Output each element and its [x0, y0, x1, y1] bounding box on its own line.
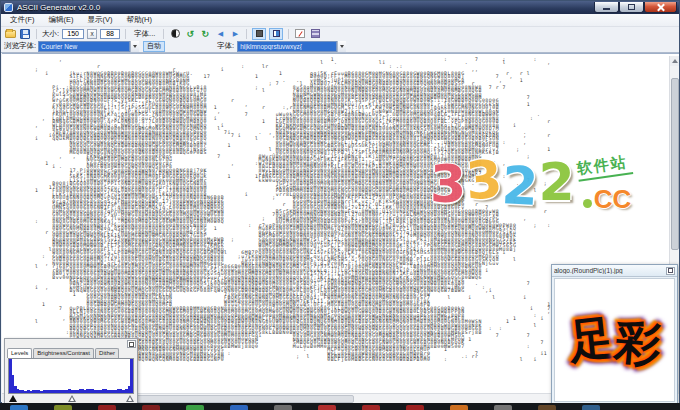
window-title: ASCII Generator v2.0.0 [17, 3, 100, 12]
font-dialog-button[interactable]: 字体... [131, 28, 158, 40]
white-point-handle[interactable] [126, 395, 134, 402]
taskbar-icon-app-red-1[interactable] [318, 405, 336, 410]
watermark-site-label: 软件站 [575, 152, 632, 181]
maximize-icon [628, 4, 635, 10]
watermark-digit: 2 [539, 154, 575, 210]
browse-font-combobox[interactable]: Courier New [38, 41, 130, 52]
taskbar-icon-app-red-2[interactable] [362, 405, 380, 410]
taskbar-icon-app-red-3[interactable] [406, 405, 424, 410]
dither-dialog-button[interactable] [309, 28, 321, 39]
open-folder-icon [5, 30, 16, 38]
taskbar-icon-app-darkred-1[interactable] [98, 405, 116, 410]
gauge-icon [295, 29, 305, 38]
preview-title: alogo.(RoundPic)(1).jpg [554, 267, 623, 274]
taskbar-icon-app-darkred-2[interactable] [142, 405, 160, 410]
browse-font-label: 浏览字体: [4, 41, 36, 51]
close-icon [657, 3, 665, 11]
menu-item-view[interactable]: 显示(V) [81, 14, 120, 26]
font-ramp-value: hijklmnopqrstuvwxyz{ [238, 43, 304, 50]
minimize-icon [603, 8, 610, 10]
font-ramp-dropdown-icon[interactable] [337, 41, 346, 52]
font-label: 字体: [217, 41, 234, 51]
windows-taskbar[interactable] [0, 403, 680, 410]
tab-levels[interactable]: Levels [7, 348, 32, 358]
save-button[interactable] [19, 28, 31, 39]
levels-slider [8, 394, 134, 403]
width-input[interactable] [62, 29, 84, 39]
auto-button[interactable]: 自动 [143, 41, 165, 52]
tab-dither[interactable]: Dither [95, 348, 119, 358]
flip-horizontal-button[interactable]: ◀ [214, 28, 226, 39]
watermark-digit: 3 [464, 151, 504, 209]
tab-brightness-contrast[interactable]: Brightness/Contrast [33, 348, 94, 358]
preview-logo-text: 足彩 [569, 309, 661, 371]
watermark-cc-label: CC [594, 186, 632, 212]
watermark-digit: 3 [430, 156, 466, 212]
blue-square-icon [273, 30, 280, 37]
desktop: ASCII Generator v2.0.0 文件(F)编辑(E)显示(V)帮助… [0, 0, 680, 410]
app-icon [4, 3, 13, 12]
font-bar: 浏览字体: Courier New 自动 字体: hijklmnopqrstuv… [1, 40, 679, 53]
watermark: 3322 软件站 CC [430, 156, 631, 212]
size-label: 大小: [42, 29, 59, 39]
menu-bar: 文件(F)编辑(E)显示(V)帮助(H) [1, 14, 679, 27]
flip-vertical-button[interactable]: ▶ [229, 28, 241, 39]
taskbar-icon-app-olive[interactable] [54, 405, 72, 410]
minimize-button[interactable] [594, 2, 619, 13]
rotate-left-button[interactable]: ↺ [184, 28, 196, 39]
ascii-canvas[interactable]: , 1 : 7 : : [2, 53, 679, 403]
taskbar-icon-app-green[interactable] [186, 405, 204, 410]
black-on-white-toggle[interactable] [252, 28, 266, 40]
color-output-toggle[interactable] [269, 28, 283, 40]
levels-tabs: LevelsBrightness/ContrastDither [5, 348, 137, 358]
preview-collapse-button[interactable] [666, 267, 675, 275]
maximize-button[interactable] [619, 2, 644, 13]
lock-ratio-button[interactable]: x [87, 29, 97, 39]
taskbar-icon-app-gray-2[interactable] [494, 405, 512, 410]
preview-title-bar[interactable]: alogo.(RoundPic)(1).jpg [552, 265, 677, 277]
open-file-button[interactable] [4, 28, 16, 39]
watermark-digit: 2 [501, 157, 540, 215]
levels-panel: LevelsBrightness/ContrastDither [4, 338, 138, 403]
midtone-handle[interactable] [68, 395, 76, 402]
taskbar-icon-app-gray-1[interactable] [274, 405, 292, 410]
levels-dialog-button[interactable] [294, 28, 306, 39]
taskbar-icon-app-brown[interactable] [538, 405, 556, 410]
taskbar-icon-app-orange[interactable] [450, 405, 468, 410]
menu-item-file[interactable]: 文件(F) [3, 14, 42, 26]
image-preview-window: alogo.(RoundPic)(1).jpg 足彩 [551, 264, 678, 403]
vertical-scroll-thumb[interactable] [671, 78, 679, 250]
black-point-handle[interactable] [9, 395, 17, 402]
watermark-digits: 3322 [430, 156, 575, 212]
histogram-bar [130, 359, 133, 393]
taskbar-icon-start-orb[interactable] [10, 405, 28, 410]
separator [246, 29, 247, 39]
scroll-up-icon[interactable] [670, 56, 679, 66]
save-icon [20, 29, 30, 39]
window-controls [594, 2, 679, 14]
browse-font-dropdown-icon[interactable] [130, 41, 139, 52]
separator [125, 29, 126, 39]
invert-button[interactable] [169, 28, 181, 39]
font-ramp-combobox[interactable]: hijklmnopqrstuvwxyz{ [237, 41, 337, 52]
collapse-button[interactable] [127, 340, 136, 348]
histogram [8, 358, 134, 394]
title-bar[interactable]: ASCII Generator v2.0.0 [1, 1, 679, 14]
height-input[interactable] [100, 29, 120, 39]
preview-image: 足彩 [554, 278, 675, 402]
app-window: ASCII Generator v2.0.0 文件(F)编辑(E)显示(V)帮助… [0, 0, 680, 403]
separator [163, 29, 164, 39]
menu-item-help[interactable]: 帮助(H) [120, 14, 159, 26]
menu-item-edit[interactable]: 编辑(E) [42, 14, 81, 26]
rotate-right-button[interactable]: ↻ [199, 28, 211, 39]
watermark-dot-icon [583, 199, 592, 208]
taskbar-icon-app-steel[interactable] [582, 405, 600, 410]
matrix-icon [311, 29, 320, 38]
separator [288, 29, 289, 39]
close-button[interactable] [644, 2, 677, 13]
watermark-cc-row: CC [577, 186, 632, 212]
browse-font-value: Courier New [39, 43, 79, 50]
separator [36, 29, 37, 39]
levels-panel-header[interactable] [5, 339, 137, 348]
taskbar-icon-app-blue[interactable] [230, 405, 248, 410]
